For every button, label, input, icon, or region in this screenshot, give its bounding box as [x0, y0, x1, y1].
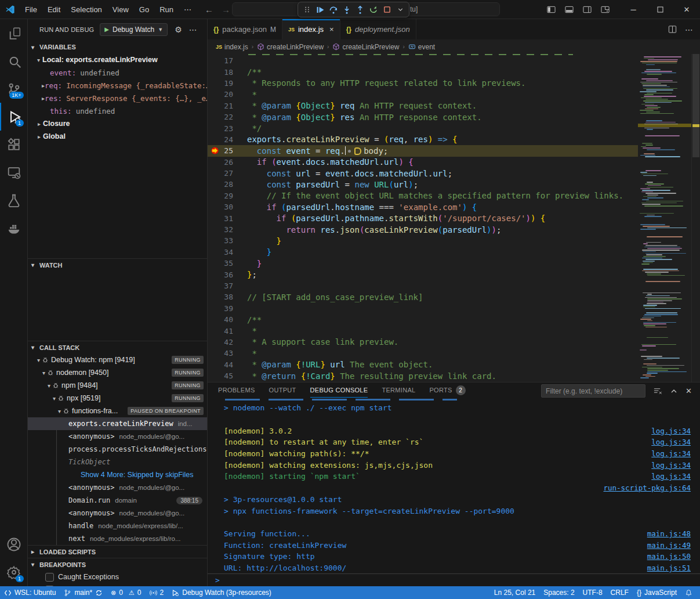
more-chevron-icon[interactable] — [394, 3, 406, 16]
maximize-panel-icon[interactable] — [670, 388, 677, 395]
breakpoint-checkbox[interactable] — [45, 573, 54, 582]
debug-console-output[interactable]: > nodemon --watch ./ --exec npm start[no… — [208, 398, 700, 573]
restart-icon[interactable] — [368, 3, 379, 16]
section-breakpoints[interactable]: ▾BREAKPOINTS — [28, 558, 207, 571]
status-spaces-2[interactable]: Spaces: 2 — [539, 589, 578, 597]
console-row[interactable] — [208, 517, 700, 528]
code-line-30[interactable]: 30 if (parsedUrl.hostname === 'example.c… — [208, 201, 638, 212]
console-row[interactable]: Function: createLinkPreviewmain.js:49 — [208, 539, 700, 551]
twistie-icon[interactable]: ▾ — [48, 383, 50, 389]
source-link[interactable]: main.js:49 — [647, 541, 691, 550]
code-line-32[interactable]: 32 return res.json(caseLinkPreview(parse… — [208, 224, 638, 235]
callstack-session-row[interactable]: ▾ npm [9484] RUNNING — [28, 379, 207, 392]
stack-frame-row[interactable]: <anonymous>node_modules/@go... — [28, 481, 207, 494]
twistie-icon[interactable]: ▾ — [37, 357, 40, 363]
console-row[interactable]: [nodemon] watching path(s): **/*log.js:3… — [208, 448, 700, 460]
toggle-panel-icon[interactable] — [565, 5, 574, 14]
source-link[interactable]: log.js:34 — [651, 449, 691, 458]
activity-item-remote-explorer[interactable] — [0, 158, 28, 186]
activity-item-run-and-debug[interactable]: 1 — [0, 103, 28, 131]
variable-row[interactable]: ▸req:IncomingMessage {_readableState:… — [28, 79, 207, 92]
breadcrumb[interactable]: JSindex.js›createLinkPreview›createLinkP… — [208, 39, 700, 54]
status-error[interactable]: ⊗0⚠0 — [107, 586, 145, 599]
activity-item-source-control[interactable]: 1K+ — [0, 75, 28, 103]
clear-console-icon[interactable] — [654, 387, 662, 395]
status-broadcast[interactable]: 2 — [146, 586, 168, 599]
split-editor-icon[interactable] — [668, 25, 677, 34]
stack-frame-row[interactable]: <anonymous>node_modules/@go... — [28, 430, 207, 443]
console-row[interactable]: URL: http://localhost:9000/main.js:51 — [208, 562, 700, 573]
stop-icon[interactable] — [381, 3, 393, 16]
menu-selection[interactable]: Selection — [66, 3, 107, 16]
toggle-secondary-sidebar-icon[interactable] — [583, 5, 592, 14]
code-line-37[interactable]: 37 — [208, 280, 638, 291]
customize-layout-icon[interactable] — [601, 5, 610, 14]
code-line-45[interactable]: 45 * @return {!Card} The resulting previ… — [208, 370, 638, 381]
source-link[interactable]: log.js:34 — [651, 427, 691, 435]
source-link[interactable]: log.js:34 — [651, 472, 691, 481]
callstack-session-row[interactable]: ▾ Debug Watch: npm [9419] RUNNING — [28, 353, 207, 366]
twistie-icon[interactable]: ▾ — [53, 395, 56, 402]
breadcrumb-item-createLinkPreview[interactable]: createLinkPreview — [332, 43, 399, 51]
step-into-icon[interactable] — [341, 3, 353, 16]
code-line-44[interactable]: 44 * @param {!URL} url The event object. — [208, 359, 638, 370]
code-line-17[interactable]: 17 — [208, 55, 638, 66]
console-row[interactable]: [nodemon] starting `npm start`log.js:34 — [208, 471, 700, 482]
activity-item-docker[interactable] — [0, 214, 28, 242]
minimap[interactable] — [638, 54, 691, 382]
status-bell[interactable] — [681, 589, 697, 597]
code-editor[interactable]: 1718/**19 * Responds to any HTTP request… — [208, 54, 700, 382]
breadcrumb-item-event[interactable]: event — [408, 43, 435, 51]
console-filter-input[interactable] — [541, 384, 645, 398]
code-line-40[interactable]: 40/** — [208, 314, 638, 325]
debug-settings-gear-icon[interactable]: ⚙ — [175, 25, 182, 34]
code-line-19[interactable]: 19 * Responds to any HTTP request relate… — [208, 78, 638, 89]
panel-tab-output[interactable]: OUTPUT — [269, 383, 296, 398]
code-line-41[interactable]: 41 * — [208, 325, 638, 336]
section-loaded-scripts[interactable]: ▸LOADED SCRIPTS — [28, 545, 207, 558]
console-row[interactable]: > npx functions-framework --target=creat… — [208, 505, 700, 517]
source-link[interactable]: main.js:50 — [647, 552, 691, 561]
code-line-25[interactable]: 25 const event = req.body; — [208, 145, 638, 156]
code-line-26[interactable]: 26 if (event.docs.matchedUrl.url) { — [208, 157, 638, 168]
nav-back-icon[interactable]: ← — [205, 5, 213, 15]
menu-go[interactable]: Go — [134, 3, 154, 16]
status-javascript[interactable]: {}JavaScript — [633, 589, 681, 597]
code-line-23[interactable]: 23 */ — [208, 122, 638, 133]
close-panel-icon[interactable]: ✕ — [686, 387, 692, 395]
console-row[interactable]: Serving function...main.js:48 — [208, 528, 700, 540]
status-utf-8[interactable]: UTF-8 — [579, 589, 607, 597]
panel-tab-problems[interactable]: PROBLEMS — [218, 383, 255, 398]
continue-icon[interactable] — [314, 3, 326, 16]
menu-run[interactable]: Run — [154, 3, 179, 16]
code-line-21[interactable]: 21 * @param {Object} req An HTTP request… — [208, 100, 638, 111]
section-variables[interactable]: ▾VARIABLES — [28, 41, 207, 53]
code-line-18[interactable]: 18/** — [208, 66, 638, 77]
show-more-link[interactable]: Show 4 More: Skipped by skipFiles — [81, 471, 194, 479]
stack-frame-row[interactable]: nextnode_modules/express/lib/ro... — [28, 532, 207, 545]
console-row[interactable]: Signature type: httpmain.js:50 — [208, 551, 700, 562]
callstack-session-row[interactable]: ▾ npx [9519] RUNNING — [28, 392, 207, 405]
status-debug[interactable]: Debug Watch (3p-resources) — [168, 586, 275, 599]
code-line-22[interactable]: 22 * @param {Object} res An HTTP respons… — [208, 111, 638, 122]
tab-package.json[interactable]: {}package.jsonM — [208, 19, 282, 39]
code-line-28[interactable]: 28 const parsedUrl = new URL(url); — [208, 179, 638, 190]
twistie-icon[interactable]: ▾ — [58, 408, 61, 414]
variables-scope-row[interactable]: ▾Local: exports.createLinkPreview — [28, 53, 207, 66]
nav-forward-icon[interactable]: → — [222, 5, 230, 15]
activity-item-search[interactable] — [0, 47, 28, 75]
code-line-36[interactable]: 36}; — [208, 269, 638, 280]
code-line-27[interactable]: 27 const url = event.docs.matchedUrl.url… — [208, 168, 638, 179]
code-line-20[interactable]: 20 * — [208, 89, 638, 100]
console-row[interactable]: run-script-pkg.js:64 — [208, 482, 700, 494]
step-out-icon[interactable] — [354, 3, 366, 16]
console-row[interactable]: > 3p-resources@1.0.0 start — [208, 494, 700, 506]
source-link[interactable]: main.js:48 — [647, 529, 691, 538]
code-line-34[interactable]: 34 } — [208, 247, 638, 258]
maximize-button[interactable] — [647, 0, 673, 19]
views-more-icon[interactable]: ⋯ — [189, 25, 197, 34]
code-line-24[interactable]: 24exports.createLinkPreview = (req, res)… — [208, 134, 638, 145]
launch-config-dropdown[interactable]: ▶ Debug Watch ▼ — [100, 23, 168, 36]
code-line-39[interactable]: 39 — [208, 303, 638, 314]
activity-item-testing[interactable] — [0, 186, 28, 214]
